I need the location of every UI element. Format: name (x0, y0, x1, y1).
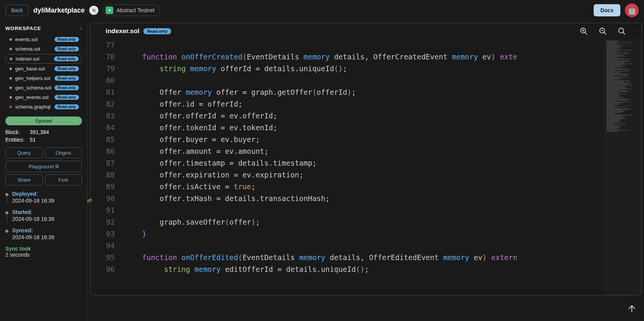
entities-value: 51 (30, 137, 36, 143)
timeline-dot-icon (5, 211, 8, 214)
file-name: schema.graphql (15, 104, 51, 110)
timeline-label: Synced: (12, 227, 55, 233)
file-name: gen_events.sol (15, 94, 48, 100)
readonly-pill: Read-only (55, 37, 79, 42)
ghost-icon: 👻 (89, 6, 98, 15)
readonly-pill: Read-only (55, 46, 79, 51)
timeline-item: Started: 2024-09-18 16:39 (5, 209, 82, 222)
timeline: Deployed: 2024-09-18 16:39 Started: 2024… (5, 191, 82, 240)
top-header: Back dyliMarketplace 👻 ✦ Abstract Testne… (0, 0, 644, 21)
file-icon (8, 95, 13, 100)
code-editor[interactable]: 7778798081828384858687888990919293949596… (90, 39, 641, 295)
file-icon (8, 67, 13, 71)
file-item[interactable]: gen_base.sol Read-only (5, 64, 82, 73)
timeline-time: 2024-09-18 16:39 (12, 198, 55, 204)
file-item[interactable]: indexer.sol Read-only (5, 54, 82, 64)
query-button[interactable]: Query (5, 147, 43, 158)
file-item[interactable]: schema.sol Read-only (5, 45, 82, 53)
workspace-title: WORKSPACE (5, 26, 41, 31)
file-name: gen_schema.sol (15, 85, 51, 91)
collapse-sidebar-icon[interactable]: ‹ (80, 25, 82, 31)
timeline-dot-icon (5, 193, 8, 196)
scroll-top-button[interactable] (626, 303, 637, 314)
readonly-pill: Read-only (55, 85, 79, 90)
file-name: events.sol (15, 37, 38, 42)
readonly-pill: Read-only (55, 104, 79, 109)
svg-line-5 (604, 32, 606, 35)
sidebar: WORKSPACE ‹ events.sol Read-only schema.… (0, 21, 88, 321)
line-gutter: 7778798081828384858687888990919293949596 (90, 39, 125, 295)
minimap[interactable] (605, 39, 641, 295)
editor-tabbar: indexer.sol Read-only (90, 23, 641, 39)
timeline-time: 2024-09-18 16:39 (12, 234, 55, 240)
zoom-out-icon[interactable] (599, 27, 607, 35)
back-button[interactable]: Back (5, 5, 29, 16)
origins-button[interactable]: Origins (45, 147, 82, 158)
network-label: Abstract Testnet (116, 7, 154, 13)
svg-line-1 (585, 32, 587, 35)
readonly-pill: Read-only (55, 95, 79, 100)
sync-took-value: 2 seconds (5, 252, 82, 258)
readonly-pill: Read-only (55, 76, 79, 81)
timeline-dot-icon (5, 230, 8, 233)
file-item[interactable]: gen_schema.sol Read-only (5, 83, 82, 92)
file-item[interactable]: events.sol Read-only (5, 35, 82, 44)
file-icon (8, 37, 13, 42)
avatar[interactable]: 🤖 (625, 3, 639, 17)
sync-status: Synced (5, 117, 82, 125)
svg-line-8 (623, 32, 625, 35)
readonly-pill: Read-only (54, 56, 79, 61)
file-name: schema.sol (15, 46, 40, 52)
network-selector[interactable]: ✦ Abstract Testnet (103, 5, 160, 16)
zoom-in-icon[interactable] (580, 27, 588, 35)
timeline-time: 2024-09-18 16:39 (12, 216, 55, 222)
file-name: gen_helpers.sol (15, 75, 50, 81)
readonly-badge: Read-only (143, 28, 171, 34)
file-icon (8, 86, 13, 90)
file-name: gen_base.sol (15, 66, 45, 72)
search-icon[interactable] (618, 27, 626, 35)
file-item[interactable]: schema.graphql Read-only (5, 102, 82, 111)
block-label: Block: (5, 129, 30, 135)
file-item[interactable]: gen_events.sol Read-only (5, 93, 82, 102)
entities-label: Entities: (5, 137, 30, 143)
svg-point-7 (619, 28, 624, 33)
file-icon (8, 105, 13, 109)
readonly-pill: Read-only (55, 66, 79, 71)
external-link-icon: ⧉ (55, 163, 59, 169)
timeline-item: Synced: 2024-09-18 16:39 (5, 227, 82, 240)
timeline-label: Started: (12, 209, 55, 215)
docs-button[interactable]: Docs (594, 4, 620, 16)
file-item[interactable]: gen_helpers.sol Read-only (5, 74, 82, 83)
file-icon (9, 57, 13, 61)
file-list: events.sol Read-only schema.sol Read-onl… (5, 35, 82, 111)
timeline-item: Deployed: 2024-09-18 16:39 (5, 191, 82, 204)
sync-took-label: Sync took (5, 246, 82, 252)
fork-button[interactable]: Fork (45, 174, 82, 185)
timeline-label: Deployed: (12, 191, 55, 197)
share-button[interactable]: Share (5, 174, 43, 185)
editor-area: ⇄ indexer.sol Read-only 7778798081828384… (88, 21, 644, 321)
tab-filename: indexer.sol (106, 27, 140, 35)
file-icon (8, 47, 13, 51)
block-value: 391,384 (30, 129, 49, 135)
file-name: indexer.sol (16, 56, 39, 62)
file-icon (8, 76, 13, 81)
code-content: function onOfferCreated(EventDetails mem… (125, 39, 605, 295)
project-name: dyliMarketplace (33, 6, 85, 14)
playground-button[interactable]: Playground ⧉ (5, 161, 82, 172)
network-icon: ✦ (106, 6, 113, 14)
